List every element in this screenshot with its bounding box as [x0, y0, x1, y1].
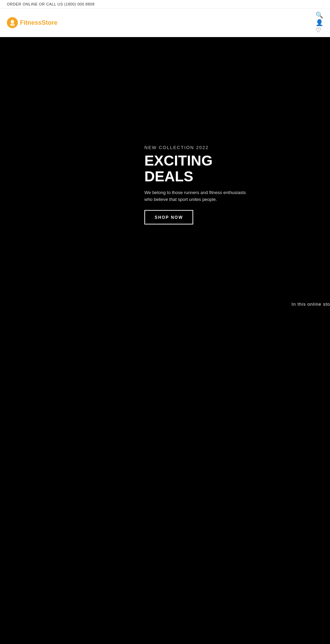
online-store-text: In this online sto [292, 302, 330, 307]
wishlist-icon[interactable]: ♡ [316, 27, 323, 33]
hero-title: EXCITING DEALS [144, 153, 254, 184]
account-icon[interactable]: 👤 [316, 20, 323, 26]
announcement-bar: ORDER ONLINE OR CALL US (1800) 000 8808 [0, 0, 330, 9]
hero-subtitle: NEW COLLECTION 2022 [144, 145, 254, 150]
svg-point-1 [10, 23, 15, 26]
section-collection: N WS V V N CO C ON SPOR & SS In this onl… [0, 594, 330, 644]
shop-now-button[interactable]: SHOP NOW [144, 210, 193, 225]
hero-content: NEW COLLECTION 2022 EXCITING DEALS We be… [144, 145, 254, 225]
section-right-content: N WS V V N CO C ON SPOR & SS In this onl… [144, 630, 330, 644]
section-black: In this online sto [0, 284, 330, 594]
hero-description: We belong to those runners and fitness e… [144, 189, 254, 203]
search-icon[interactable]: 🔍 [316, 12, 323, 18]
logo-icon [7, 17, 18, 28]
header: FitnessStore 🔍 👤 ♡ [0, 9, 330, 37]
announcement-text: ORDER ONLINE OR CALL US (1800) 000 8808 [7, 2, 95, 6]
hero-section: NEW COLLECTION 2022 EXCITING DEALS We be… [0, 37, 330, 284]
header-icons: 🔍 👤 ♡ [316, 12, 323, 33]
svg-point-0 [11, 20, 14, 23]
logo-text: FitnessStore [20, 19, 57, 26]
logo[interactable]: FitnessStore [7, 17, 57, 28]
